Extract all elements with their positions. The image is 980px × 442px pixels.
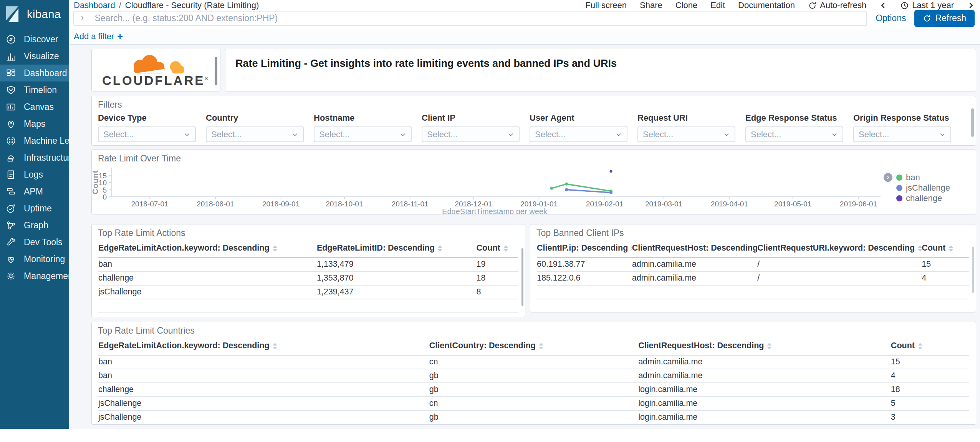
- sidebar-item-monitoring[interactable]: Monitoring: [0, 251, 69, 268]
- panel-scrollbar[interactable]: [971, 108, 974, 137]
- sidebar-item-apm[interactable]: APM: [0, 183, 69, 200]
- column-header-count[interactable]: Count: [922, 240, 969, 258]
- chevron-down-icon: [939, 131, 946, 138]
- panel-scrollbar[interactable]: [972, 247, 974, 293]
- time-back-button[interactable]: [879, 2, 887, 9]
- user-agent-select[interactable]: Select...: [530, 126, 627, 142]
- action-edit[interactable]: Edit: [710, 0, 725, 10]
- add-filter-link[interactable]: Add a filter+: [74, 31, 123, 42]
- select-placeholder: Select...: [319, 130, 349, 140]
- column-header-edgeratelimitaction-keyword[interactable]: EdgeRateLimitAction.keyword: Descending: [98, 240, 317, 258]
- table-cell: login.camilia.me: [638, 410, 891, 424]
- legend-item-jschallenge[interactable]: jsChallenge: [883, 183, 967, 193]
- sidebar-item-visualize[interactable]: Visualize: [0, 48, 69, 65]
- column-header-clientrequesturi-keyword[interactable]: ClientRequestURI.keyword: Descending: [757, 240, 922, 258]
- action-share[interactable]: Share: [640, 0, 662, 10]
- time-picker[interactable]: Last 1 year: [900, 0, 954, 10]
- sidebar-item-label: Visualize: [24, 51, 59, 61]
- table-row: jsChallenge1,239,4378: [98, 285, 518, 299]
- sort-icon[interactable]: [918, 343, 922, 349]
- sidebar-item-discover[interactable]: Discover: [0, 31, 69, 48]
- country-select[interactable]: Select...: [206, 126, 304, 142]
- sort-icon[interactable]: [438, 245, 442, 252]
- legend-item-challenge[interactable]: challenge: [883, 193, 967, 203]
- svg-text:EdgeStartTimestamp per week: EdgeStartTimestamp per week: [442, 207, 548, 214]
- sidebar-item-timelion[interactable]: Timelion: [0, 81, 69, 98]
- sort-icon[interactable]: [767, 343, 771, 349]
- sidebar-item-machine-le[interactable]: Machine Le...: [0, 132, 69, 149]
- column-header-edgeratelimitid[interactable]: EdgeRateLimitID: Descending: [317, 240, 477, 258]
- search-input[interactable]: [94, 13, 860, 24]
- sidebar-item-canvas[interactable]: Canvas: [0, 98, 69, 115]
- panel-scrollbar[interactable]: [521, 248, 523, 306]
- auto-refresh-button[interactable]: Auto-refresh: [808, 0, 866, 10]
- sidebar-item-management[interactable]: Management: [0, 268, 69, 284]
- sidebar-item-dev-tools[interactable]: Dev Tools: [0, 234, 69, 251]
- table-cell: /: [757, 271, 922, 285]
- column-header-count[interactable]: Count: [477, 240, 518, 258]
- refresh-button[interactable]: Refresh: [914, 10, 975, 27]
- action-full-screen[interactable]: Full screen: [585, 0, 627, 10]
- kibana-logo[interactable]: kibana: [0, 0, 69, 28]
- table-cell: [537, 285, 632, 299]
- table-cell: [757, 299, 922, 312]
- column-header-edgeratelimitaction-keyword[interactable]: EdgeRateLimitAction.keyword: Descending: [98, 337, 429, 355]
- options-link[interactable]: Options: [876, 13, 906, 23]
- table-cell: [317, 299, 477, 313]
- legend-collapse-icon[interactable]: [884, 173, 892, 182]
- sidebar-item-graph[interactable]: Graph: [0, 217, 69, 234]
- sort-icon[interactable]: [273, 343, 277, 349]
- sidebar-nav: DiscoverVisualizeDashboardTimelionCanvas…: [0, 31, 69, 284]
- hostname-select[interactable]: Select...: [314, 126, 412, 142]
- top-banned-client-ips-table: ClientIP.ip: DescendingClientRequestHost…: [537, 240, 969, 312]
- table-cell: ban: [98, 369, 429, 383]
- action-documentation[interactable]: Documentation: [738, 0, 795, 10]
- search-box[interactable]: ›_: [73, 11, 867, 26]
- column-header-clientcountry[interactable]: ClientCountry: Descending: [429, 337, 638, 355]
- table-cell: admin.camilia.me: [632, 258, 758, 271]
- legend-item-ban[interactable]: ban: [883, 172, 967, 183]
- sort-icon[interactable]: [539, 343, 543, 349]
- sidebar-item-dashboard[interactable]: Dashboard: [0, 65, 69, 81]
- column-header-clientrequesthost[interactable]: ClientRequestHost: Descending: [638, 337, 891, 355]
- action-clone[interactable]: Clone: [675, 0, 697, 10]
- svg-text:2019-06-01: 2019-06-01: [840, 200, 877, 208]
- sidebar-item-label: Dashboard: [24, 68, 67, 78]
- compass-icon: [6, 34, 16, 45]
- svg-text:2018-12-01: 2018-12-01: [455, 200, 492, 208]
- table-cell: [922, 299, 969, 312]
- origin-response-status-select[interactable]: Select...: [853, 126, 951, 142]
- column-header-count[interactable]: Count: [891, 337, 969, 355]
- table-cell: admin.camilia.me: [638, 369, 891, 383]
- sidebar-item-infrastructure[interactable]: Infrastructure: [0, 149, 69, 166]
- page-title: Cloudflare - Security (Rate Limiting): [125, 0, 259, 10]
- filter-label: Hostname: [314, 113, 412, 123]
- table-cell: gb: [429, 383, 638, 397]
- edge-response-status-select[interactable]: Select...: [745, 126, 843, 142]
- sidebar-item-label: Logs: [24, 169, 43, 180]
- sidebar-item-logs[interactable]: Logs: [0, 166, 69, 183]
- table-cell: gb: [429, 410, 638, 424]
- device-type-select[interactable]: Select...: [98, 126, 196, 142]
- table-cell: 185.122.0.6: [537, 271, 632, 285]
- breadcrumb-dashboard-link[interactable]: Dashboard: [74, 0, 115, 10]
- sidebar-item-uptime[interactable]: Uptime: [0, 200, 69, 217]
- time-forward-button[interactable]: [967, 2, 975, 9]
- panel-scrollbar[interactable]: [215, 57, 217, 85]
- sort-icon[interactable]: [949, 245, 953, 252]
- panel-title: Top Banned Client IPs: [530, 224, 976, 238]
- client-ip-select[interactable]: Select...: [422, 126, 520, 142]
- bar-chart-icon: [6, 51, 16, 61]
- select-placeholder: Select...: [751, 130, 781, 140]
- sort-icon[interactable]: [918, 245, 922, 252]
- plus-icon: +: [117, 31, 123, 42]
- refresh-icon: [923, 14, 931, 23]
- table-cell: [632, 299, 758, 312]
- sort-icon[interactable]: [503, 245, 508, 252]
- filter-label: Request URI: [637, 113, 735, 123]
- sidebar-item-maps[interactable]: Maps: [0, 115, 69, 132]
- sort-icon[interactable]: [273, 245, 277, 252]
- column-header-clientrequesthost[interactable]: ClientRequestHost: Descending: [632, 240, 758, 258]
- request-uri-select[interactable]: Select...: [637, 126, 735, 142]
- column-header-clientip-ip[interactable]: ClientIP.ip: Descending: [537, 240, 632, 258]
